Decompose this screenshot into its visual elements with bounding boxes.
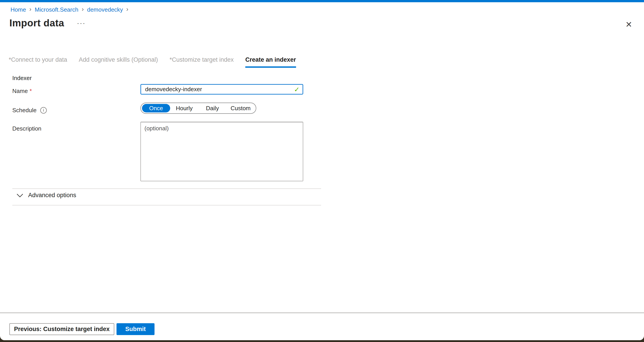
tab-customize-target-index[interactable]: *Customize target index: [170, 56, 234, 68]
required-asterisk: *: [30, 88, 32, 94]
divider: [12, 188, 321, 189]
schedule-option-custom[interactable]: Custom: [226, 105, 255, 112]
breadcrumb-separator-icon: ›: [126, 6, 128, 14]
name-label: Name*: [12, 88, 32, 94]
footer-divider: [0, 312, 644, 313]
more-options-icon[interactable]: ···: [77, 19, 86, 27]
schedule-segmented-control: Once Hourly Daily Custom: [140, 102, 256, 114]
description-label: Description: [12, 125, 41, 132]
indexer-name-input[interactable]: [140, 84, 303, 94]
advanced-options-label: Advanced options: [28, 192, 76, 199]
required-marker: *: [170, 56, 172, 63]
import-data-panel: Home › Microsoft.Search › demovedecky › …: [0, 0, 644, 340]
breadcrumb-separator-icon: ›: [29, 6, 31, 14]
valid-checkmark-icon: ✓: [294, 86, 300, 94]
page-title: Import data: [10, 18, 64, 28]
breadcrumb-link-microsoft-search[interactable]: Microsoft.Search: [35, 6, 78, 13]
advanced-options-toggle[interactable]: Advanced options: [16, 192, 76, 199]
description-textarea[interactable]: [140, 122, 303, 181]
info-icon[interactable]: i: [40, 107, 47, 114]
previous-button[interactable]: Previous: Customize target index: [10, 323, 114, 335]
breadcrumb-link-demovedecky[interactable]: demovedecky: [87, 6, 123, 13]
schedule-option-once[interactable]: Once: [142, 104, 170, 112]
divider: [12, 205, 321, 206]
portal-top-bar: [0, 0, 644, 2]
close-icon[interactable]: ✕: [624, 19, 634, 30]
submit-button[interactable]: Submit: [116, 323, 154, 335]
breadcrumb-link-home[interactable]: Home: [10, 6, 26, 13]
tab-connect-to-your-data[interactable]: *Connect to your data: [9, 56, 67, 68]
schedule-label: Schedule: [12, 107, 36, 114]
breadcrumb: Home › Microsoft.Search › demovedecky ›: [10, 6, 128, 14]
indexer-section-heading: Indexer: [12, 75, 32, 82]
schedule-option-hourly[interactable]: Hourly: [170, 105, 198, 112]
tab-create-an-indexer[interactable]: Create an indexer: [245, 56, 296, 68]
wizard-tabs: *Connect to your data Add cognitive skil…: [9, 56, 296, 68]
schedule-option-daily[interactable]: Daily: [198, 105, 226, 112]
required-marker: *: [9, 56, 11, 63]
name-field-wrapper: ✓: [140, 84, 303, 94]
breadcrumb-separator-icon: ›: [82, 6, 84, 14]
tab-add-cognitive-skills[interactable]: Add cognitive skills (Optional): [79, 56, 158, 68]
chevron-down-icon: [16, 193, 23, 198]
